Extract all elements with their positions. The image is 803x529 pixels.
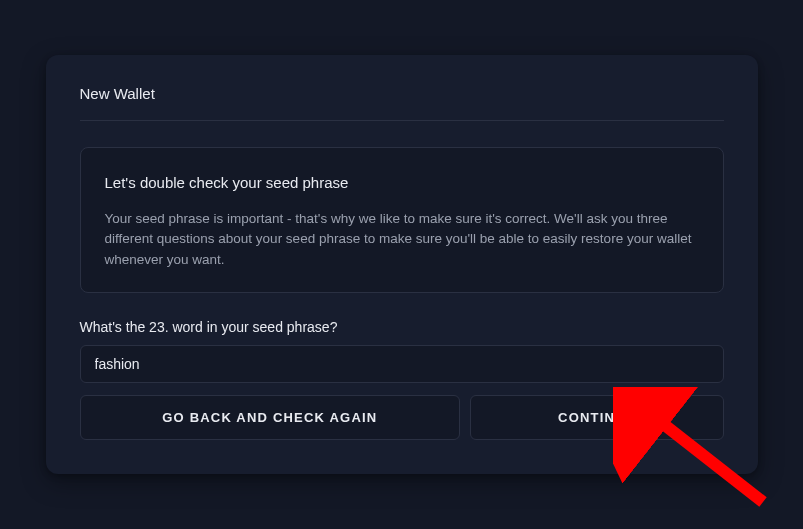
seed-phrase-info-box: Let's double check your seed phrase Your… — [80, 147, 724, 293]
card-title: New Wallet — [80, 85, 724, 102]
seed-word-input[interactable] — [80, 345, 724, 383]
info-heading: Let's double check your seed phrase — [105, 174, 699, 191]
info-text: Your seed phrase is important - that's w… — [105, 209, 699, 270]
question-label: What's the 23. word in your seed phrase? — [80, 319, 724, 335]
button-row: GO BACK AND CHECK AGAIN CONTINUE — [80, 395, 724, 440]
new-wallet-card: New Wallet Let's double check your seed … — [46, 55, 758, 474]
divider — [80, 120, 724, 121]
go-back-button[interactable]: GO BACK AND CHECK AGAIN — [80, 395, 461, 440]
continue-button[interactable]: CONTINUE — [470, 395, 723, 440]
